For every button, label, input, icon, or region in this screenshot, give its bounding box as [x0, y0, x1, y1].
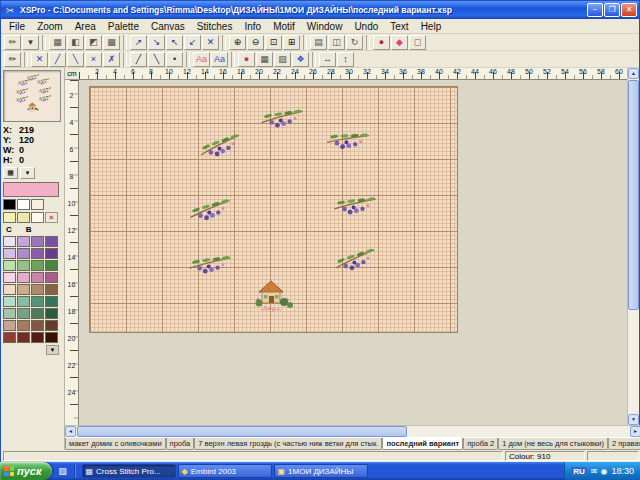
palette-scroll-down-button[interactable]: ▼ — [46, 345, 59, 355]
basic-color-swatch[interactable] — [17, 199, 30, 210]
menu-item[interactable]: Motif — [267, 19, 301, 33]
palette-swatch[interactable] — [45, 272, 58, 283]
taskbar-task-embird[interactable]: ◆ Embird 2003 — [178, 464, 272, 478]
palette-swatch[interactable] — [31, 236, 44, 247]
palette-swatch[interactable] — [17, 236, 30, 247]
design-tab[interactable]: 7 верхн левая гроздь (с частью ниж ветки… — [194, 438, 382, 450]
color-dot-icon[interactable]: ● — [238, 52, 255, 67]
rotate-icon[interactable]: ↻ — [346, 35, 363, 50]
zoom-out-icon[interactable]: ⊖ — [247, 35, 264, 50]
pencil-icon[interactable]: ✏ — [4, 52, 21, 67]
quick-launch-icon[interactable]: ▨ — [56, 464, 70, 478]
zoom-fit-icon[interactable]: ⊞ — [283, 35, 300, 50]
menu-item[interactable]: Window — [301, 19, 349, 33]
pattern-icon[interactable]: ▨ — [274, 52, 291, 67]
design-tab[interactable]: последний вариант — [382, 438, 463, 450]
delete-color-icon[interactable]: ✕ — [45, 212, 58, 223]
scroll-right-arrow[interactable]: ► — [630, 426, 640, 437]
quarter-cross-icon[interactable]: × — [85, 52, 102, 67]
vertical-scrollbar[interactable]: ▲ ▼ — [627, 68, 639, 425]
palette-swatch[interactable] — [17, 272, 30, 283]
scroll-down-arrow[interactable]: ▼ — [628, 414, 639, 425]
vertical-scroll-thumb[interactable] — [628, 80, 639, 310]
cross-stitch-icon[interactable]: ✕ — [202, 35, 219, 50]
palette-swatch[interactable] — [31, 296, 44, 307]
design-tab[interactable]: 1 дом (не весь для стыковки) — [498, 438, 608, 450]
start-button[interactable]: пуск — [0, 462, 52, 480]
knot-dot-icon[interactable]: • — [166, 52, 183, 67]
palette-swatch[interactable] — [45, 332, 58, 343]
palette-swatch[interactable] — [3, 260, 16, 271]
menu-item[interactable]: Info — [238, 19, 267, 33]
palette-swatch[interactable] — [31, 272, 44, 283]
palette-swatch[interactable] — [3, 296, 16, 307]
menu-item[interactable]: File — [3, 19, 31, 33]
palette-swatch[interactable] — [45, 320, 58, 331]
scroll-up-arrow[interactable]: ▲ — [628, 68, 639, 79]
palette-swatch[interactable] — [3, 248, 16, 259]
flip-vertical-icon[interactable]: ↕ — [337, 52, 354, 67]
light-color-swatch[interactable] — [31, 212, 44, 223]
tray-icon[interactable]: ✉ — [591, 467, 598, 476]
stitch-grid[interactable] — [89, 86, 458, 333]
light-color-swatch[interactable] — [3, 212, 16, 223]
design-tab[interactable]: проба — [166, 438, 195, 450]
palette-swatch[interactable] — [17, 284, 30, 295]
design-tab[interactable]: 2 правая ниж гр. — [608, 438, 640, 450]
french-knot-icon[interactable]: ● — [373, 35, 390, 50]
half-cross-nw-icon[interactable]: ╲ — [67, 52, 84, 67]
draw-tool-dropdown-icon[interactable]: ▾ — [22, 35, 39, 50]
backstitch-nw-icon[interactable]: ↖ — [166, 35, 183, 50]
full-cross-icon[interactable]: ✕ — [31, 52, 48, 67]
taskbar-task-folder[interactable]: ▣ 1МОИ ДИЗАЙНЫ — [274, 464, 368, 478]
light-color-swatch[interactable] — [17, 212, 30, 223]
fill-tool-icon[interactable]: ▩ — [103, 35, 120, 50]
palette-grid-icon[interactable]: ▦ — [256, 52, 273, 67]
palette-swatch[interactable] — [31, 260, 44, 271]
palette-swatch[interactable] — [3, 332, 16, 343]
design-tab[interactable]: проба 2 — [463, 438, 498, 450]
basic-color-swatch[interactable] — [31, 199, 44, 210]
menu-item[interactable]: Palette — [102, 19, 145, 33]
palette-swatch[interactable] — [3, 236, 16, 247]
backstitch-sw-icon[interactable]: ↙ — [184, 35, 201, 50]
palette-swatch[interactable] — [31, 248, 44, 259]
horizontal-scrollbar[interactable]: ◄ ► — [65, 425, 640, 437]
taskbar-task-cross-stitch[interactable]: ▦ Cross Stitch Pro... — [82, 464, 176, 478]
palette-swatch[interactable] — [31, 308, 44, 319]
palette-swatch[interactable] — [17, 308, 30, 319]
basic-color-swatch[interactable] — [3, 199, 16, 210]
menu-item[interactable]: Area — [69, 19, 102, 33]
half-cross-ne-icon[interactable]: ╱ — [49, 52, 66, 67]
full-stitch-icon[interactable]: ▦ — [49, 35, 66, 50]
bead-icon[interactable]: ◆ — [391, 35, 408, 50]
flip-horizontal-icon[interactable]: ↔ — [319, 52, 336, 67]
current-color-swatch[interactable] — [3, 182, 59, 197]
horizontal-scroll-thumb[interactable] — [77, 426, 407, 437]
long-stitch-icon[interactable]: ╲ — [148, 52, 165, 67]
palette-swatch[interactable] — [3, 308, 16, 319]
menu-item[interactable]: Stitches — [191, 19, 239, 33]
motif-icon[interactable]: ❖ — [292, 52, 309, 67]
palette-swatch[interactable] — [45, 308, 58, 319]
palette-swatch[interactable] — [45, 260, 58, 271]
palette-swatch[interactable] — [17, 260, 30, 271]
menu-item[interactable]: Canvas — [145, 19, 191, 33]
quarter-stitch-icon[interactable]: ◩ — [85, 35, 102, 50]
language-indicator[interactable]: RU — [571, 467, 587, 476]
zoom-actual-icon[interactable]: ⊡ — [265, 35, 282, 50]
palette-dropdown-icon[interactable]: ▾ — [20, 167, 35, 179]
tray-icon[interactable]: ◉ — [600, 467, 607, 476]
design-tab[interactable]: макет домик с оливочками — [65, 438, 166, 450]
minimize-button[interactable]: − — [587, 3, 603, 17]
menu-item[interactable]: Undo — [348, 19, 384, 33]
palette-swatch[interactable] — [3, 284, 16, 295]
backstitch-ne-icon[interactable]: ↗ — [130, 35, 147, 50]
palette-swatch[interactable] — [45, 248, 58, 259]
grid-toggle-icon[interactable]: ▤ — [310, 35, 327, 50]
three-quarter-cross-icon[interactable]: ✗ — [103, 52, 120, 67]
mirror-icon[interactable]: ◫ — [328, 35, 345, 50]
palette-swatch[interactable] — [45, 236, 58, 247]
design-canvas[interactable] — [79, 80, 629, 425]
palette-swatch[interactable] — [17, 332, 30, 343]
